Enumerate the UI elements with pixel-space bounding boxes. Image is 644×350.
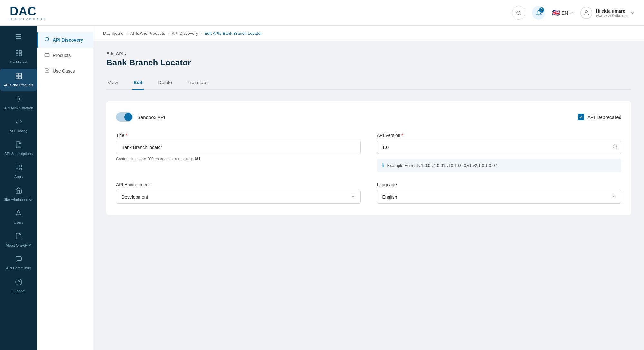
breadcrumb-api-discovery[interactable]: API Discovery [172, 31, 198, 36]
tab-translate[interactable]: Translate [186, 76, 209, 90]
svg-rect-6 [19, 54, 21, 56]
page-content: Edit APIs Bank Branch Locator View Edit … [93, 41, 644, 225]
logo-sub: DIGITAL APICRAFT [10, 17, 46, 21]
api-env-value: Development [121, 194, 148, 199]
title-label: Title * [116, 133, 361, 138]
about-icon [15, 233, 22, 241]
sidebar-item-api-subscriptions[interactable]: API Subscriptions [0, 137, 37, 160]
api-admin-icon [15, 95, 22, 104]
svg-rect-23 [45, 54, 49, 57]
breadcrumb: Dashboard › APIs And Products › API Disc… [93, 26, 644, 41]
sidebar-label-community: API Community [6, 266, 31, 270]
menu-icon: ☰ [16, 33, 22, 41]
sidebar-label-users: Users [14, 220, 23, 224]
sidebar-label-about: About OneAPIM [6, 243, 32, 247]
search-button[interactable] [512, 6, 525, 20]
api-env-select[interactable]: Development [116, 190, 361, 204]
version-example: Example Formats:1.0.0,v1.0.01,v10,10.0.0… [387, 163, 498, 168]
language-label: Language [377, 182, 622, 187]
tab-delete[interactable]: Delete [157, 76, 173, 90]
breadcrumb-sep-1: › [126, 31, 128, 36]
language-select[interactable]: English [377, 190, 622, 204]
svg-line-22 [48, 40, 49, 41]
toggle-knob [124, 113, 132, 121]
sidebar-label-site-admin: Site Administration [4, 198, 33, 201]
api-subscriptions-icon [15, 141, 22, 150]
user-info[interactable]: Hi ekta umare ekta.u+pa@digital... [580, 7, 634, 19]
svg-rect-15 [19, 165, 21, 167]
left-panel-item-products[interactable]: Products [37, 48, 93, 63]
sidebar-item-about[interactable]: About OneAPIM [0, 229, 37, 251]
lang-code: EN [562, 10, 568, 15]
tab-view[interactable]: View [106, 76, 119, 90]
api-env-group: API Environment Development [116, 182, 361, 204]
svg-point-21 [45, 37, 49, 41]
deprecated-group: API Deprecated [578, 114, 621, 120]
left-panel: API Discovery Products Use Cases [37, 26, 93, 350]
svg-point-18 [17, 211, 20, 213]
sidebar-item-community[interactable]: API Community [0, 252, 37, 274]
char-limit: Content limited to 200 characters, remai… [116, 157, 361, 161]
title-required-star: * [126, 133, 127, 138]
version-input-wrapper [377, 141, 622, 154]
apps-icon [15, 164, 22, 173]
language-group: Language English [377, 182, 622, 204]
notifications-button[interactable]: 0 [532, 6, 545, 20]
left-panel-label-use-cases: Use Cases [53, 68, 75, 73]
language-selector[interactable]: 🇬🇧 EN [552, 9, 574, 17]
breadcrumb-sep-3: › [200, 31, 202, 36]
sidebar-item-dashboard[interactable]: Dashboard [0, 46, 37, 68]
logo-area: DAC DIGITAL APICRAFT [10, 5, 46, 21]
sidebar-label-api-admin: API Administration [4, 106, 33, 110]
language-arrow-icon [611, 194, 616, 199]
svg-point-2 [585, 10, 588, 13]
api-version-input[interactable] [377, 141, 622, 154]
svg-rect-8 [19, 73, 21, 76]
svg-rect-4 [19, 51, 21, 53]
use-cases-icon [44, 68, 50, 74]
api-deprecated-checkbox[interactable] [578, 114, 584, 120]
sidebar-item-menu[interactable]: ☰ [0, 29, 37, 45]
support-icon [15, 278, 22, 287]
api-testing-icon [15, 118, 22, 127]
sidebar-item-users[interactable]: Users [0, 206, 37, 228]
svg-point-24 [613, 145, 617, 148]
sandbox-toggle[interactable] [116, 112, 133, 122]
left-panel-label-products: Products [53, 53, 71, 58]
form-section: Sandbox API API Deprecated Title [106, 101, 631, 215]
community-icon [15, 256, 22, 264]
version-info-box: ℹ Example Formats:1.0.0,v1.0.01,v10,10.0… [377, 159, 622, 172]
svg-line-1 [520, 14, 521, 15]
sidebar: ☰ Dashboard APIs and Products API Admini… [0, 26, 37, 350]
sidebar-item-site-admin[interactable]: Site Administration [0, 183, 37, 205]
api-version-group: API Version * ℹ Example Formats:1.0.0,v1… [377, 133, 622, 172]
breadcrumb-dashboard[interactable]: Dashboard [103, 31, 124, 36]
left-panel-item-api-discovery[interactable]: API Discovery [37, 32, 93, 48]
tab-edit[interactable]: Edit [132, 76, 144, 90]
sidebar-item-api-admin[interactable]: API Administration [0, 92, 37, 114]
content-area: Dashboard › APIs And Products › API Disc… [93, 26, 644, 350]
sidebar-item-api-testing[interactable]: API Testing [0, 114, 37, 137]
flag-icon: 🇬🇧 [552, 9, 560, 17]
dashboard-icon [15, 50, 22, 58]
svg-point-19 [15, 279, 21, 285]
sidebar-item-apis-products[interactable]: APIs and Products [0, 69, 37, 91]
sandbox-toggle-group: Sandbox API [116, 112, 165, 122]
page-subtitle: Edit APIs [106, 51, 631, 56]
svg-rect-7 [16, 73, 18, 76]
user-email: ekta.u+pa@digital... [596, 14, 627, 17]
left-panel-label-api-discovery: API Discovery [53, 37, 83, 43]
products-icon [44, 52, 50, 59]
main-layout: ☰ Dashboard APIs and Products API Admini… [0, 26, 644, 350]
sidebar-item-apps[interactable]: Apps [0, 160, 37, 182]
toggle-row: Sandbox API API Deprecated [116, 112, 621, 122]
sidebar-item-support[interactable]: Support [0, 275, 37, 297]
version-search-icon[interactable] [612, 144, 618, 151]
left-panel-item-use-cases[interactable]: Use Cases [37, 63, 93, 79]
user-dropdown-icon [630, 11, 634, 15]
user-name: Hi ekta umare [596, 8, 627, 14]
title-input[interactable] [116, 141, 361, 154]
breadcrumb-apis-products[interactable]: APIs And Products [130, 31, 165, 36]
header-right: 0 🇬🇧 EN Hi ekta umare ekta.u+pa@digital.… [512, 6, 634, 20]
logo-main: DAC [10, 5, 46, 17]
